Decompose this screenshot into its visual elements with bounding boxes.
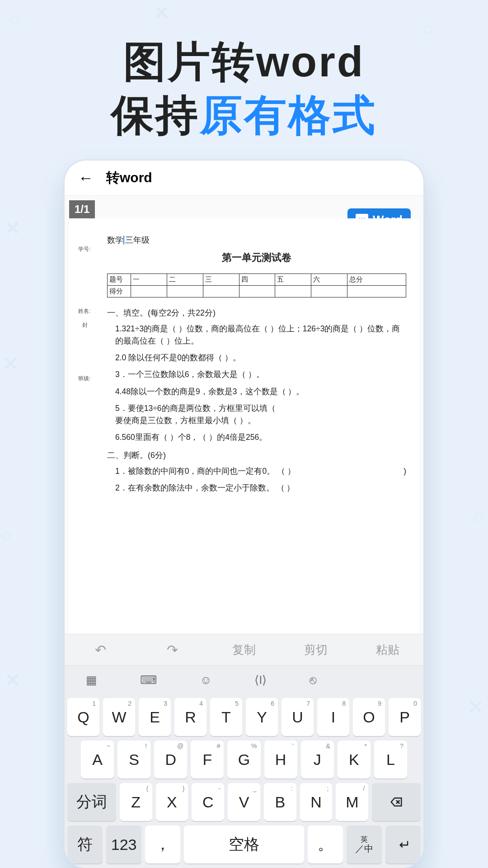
soft-keyboard: ▦ ⌨ ☺ ⟨I⟩ ⎋ 1Q2W3E4R5T6Y7U8I9O0P ~A!S@D#… [65, 665, 423, 868]
document-area[interactable]: 1/1 W Word 学号: 姓名: 封 班级: 数学三年级 第一单元测试卷 题 [65, 196, 423, 634]
key-Z[interactable]: (Z [120, 783, 152, 821]
paste-button[interactable]: 粘贴 [352, 642, 423, 658]
key-C[interactable]: -C [192, 783, 224, 821]
key-R[interactable]: 4R [174, 698, 206, 736]
paper-title: 第一单元测试卷 [107, 251, 406, 264]
back-icon[interactable]: ← [78, 169, 94, 187]
cursor-mode-icon[interactable]: ⟨I⟩ [254, 673, 267, 687]
key-U[interactable]: 7U [282, 698, 314, 736]
grid-icon[interactable]: ▦ [86, 673, 97, 687]
key-Q[interactable]: 1Q [67, 698, 99, 736]
clip-icon[interactable]: ⎋ [310, 673, 317, 687]
key-L[interactable]: ?L [374, 741, 407, 778]
paper-margin-labels: 学号: 姓名: 封 班级: [75, 245, 94, 382]
key-I[interactable]: 8I [317, 698, 349, 736]
key-G[interactable]: %G [227, 741, 260, 778]
judge-1[interactable]: 1．被除数的中间有0，商的中间也一定有0。 （ ）) [115, 465, 406, 477]
undo-button[interactable]: ↶ [65, 642, 136, 658]
keyboard-layout-icon[interactable]: ⌨ [140, 673, 157, 687]
emoji-icon[interactable]: ☺ [200, 673, 212, 687]
section-2-heading: 二、判断。(6分) [107, 450, 406, 461]
key-comma[interactable]: ， [145, 826, 180, 863]
key-Y[interactable]: 6Y [246, 698, 278, 736]
key-J[interactable]: &J [301, 741, 334, 778]
key-F[interactable]: #F [191, 741, 224, 778]
key-W[interactable]: 2W [103, 698, 135, 736]
screen-title: 转word [106, 169, 152, 187]
phone-frame: ← 转word 1/1 W Word 学号: 姓名: 封 班级: 数学三年级 第… [65, 160, 423, 868]
judge-2[interactable]: 2．在有余数的除法中，余数一定小于除数。 （ ） [115, 482, 406, 494]
key-X[interactable]: )X [156, 783, 188, 821]
key-S[interactable]: !S [117, 741, 150, 778]
cut-button[interactable]: 剪切 [280, 642, 352, 658]
key-language[interactable]: 英／中 [347, 826, 382, 863]
keyboard-toolbar: ▦ ⌨ ☺ ⟨I⟩ ⎋ [65, 665, 423, 694]
question-3[interactable]: 3．一个三位数除以6，余数最大是（ ）。 [115, 368, 406, 381]
key-M[interactable]: /M [336, 783, 368, 821]
score-table: 题号一二三四五六总分 得分 [107, 274, 406, 297]
question-5[interactable]: 5．要使13÷6的商是两位数，方框里可以填（ 要使商是三位数，方框里最小填（ ）… [115, 402, 406, 427]
page-indicator: 1/1 [69, 200, 95, 218]
copy-button[interactable]: 复制 [208, 642, 280, 658]
key-period[interactable]: 。 [308, 826, 343, 863]
key-segment[interactable]: 分词 [67, 783, 116, 821]
question-6[interactable]: 6.560里面有（ ）个8，（ ）的4倍是256。 [115, 431, 406, 443]
key-V[interactable]: _V [228, 783, 260, 821]
key-symbols[interactable]: 符 [67, 826, 103, 863]
redo-button[interactable]: ↷ [136, 642, 208, 658]
app-header: ← 转word [65, 160, 423, 196]
key-O[interactable]: 9O [353, 698, 385, 736]
key-numbers[interactable]: 123 [106, 826, 141, 863]
section-1-heading: 一、填空。(每空2分，共22分) [107, 307, 406, 318]
key-B[interactable]: :B [264, 783, 296, 821]
key-space[interactable]: 空格 [184, 826, 304, 863]
question-1[interactable]: 1.321÷3的商是（ ）位数，商的最高位在（ ）位上；126÷3的商是（ ）位… [115, 323, 406, 347]
subject-line[interactable]: 数学三年级 [107, 235, 406, 245]
key-N[interactable]: ;N [300, 783, 333, 821]
key-P[interactable]: 0P [389, 698, 421, 736]
key-T[interactable]: 5T [210, 698, 242, 736]
edit-toolbar: ↶ ↷ 复制 剪切 粘贴 [65, 634, 423, 665]
question-4[interactable]: 4.48除以一个数的商是9，余数是3，这个数是（ ）。 [115, 386, 406, 398]
key-A[interactable]: ~A [81, 741, 114, 778]
document-paper[interactable]: 学号: 姓名: 封 班级: 数学三年级 第一单元测试卷 题号一二三四五六总分 得… [69, 218, 419, 634]
key-backspace[interactable] [372, 783, 421, 821]
key-enter[interactable] [385, 826, 421, 863]
key-H[interactable]: 'H [264, 741, 297, 778]
key-E[interactable]: 3E [139, 698, 171, 736]
hero-title: 图片转word 保持原有格式 [0, 0, 488, 142]
question-2[interactable]: 2.0 除以任何不是0的数都得（ ）。 [115, 352, 406, 364]
key-D[interactable]: @D [154, 741, 187, 778]
key-K[interactable]: *K [338, 741, 371, 778]
